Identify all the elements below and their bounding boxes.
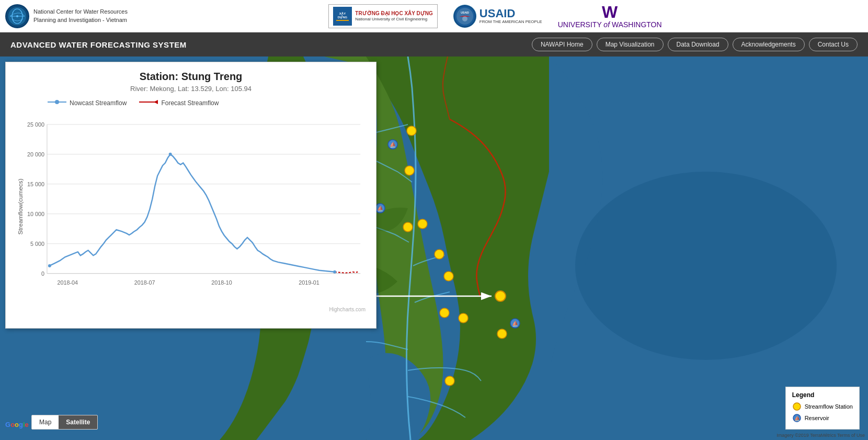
svg-text:⛵: ⛵ [390, 141, 396, 148]
nav-title: ADVANCED WATER FORECASTING SYSTEM [10, 40, 532, 49]
svg-text:DỰNG: DỰNG [338, 15, 348, 19]
svg-point-16 [405, 166, 414, 175]
chart-title: Station: Stung Treng [16, 71, 366, 83]
university-vn-text: TRƯỜNG ĐẠI HỌC XÂY DỰNG National Univers… [355, 10, 433, 22]
usaid-shield-icon: USAID [453, 5, 476, 28]
svg-text:XÂY: XÂY [339, 12, 346, 15]
map-button[interactable]: Map [32, 415, 59, 429]
svg-text:⛵: ⛵ [794, 415, 800, 422]
university-vn-logo: XÂY DỰNG TRƯỜNG ĐẠI HỌC XÂY DỰNG Nationa… [328, 4, 438, 28]
map-type-control: Map Satellite [31, 415, 98, 430]
svg-point-21 [403, 222, 413, 232]
svg-text:2018-04: 2018-04 [57, 279, 78, 286]
map-visualization-button[interactable]: Map Visualization [597, 38, 664, 51]
highcharts-credit: Highcharts.com [16, 307, 366, 312]
streamflow-station-icon [792, 402, 802, 411]
svg-point-24 [497, 329, 507, 339]
nav-buttons: NAWAPI Home Map Visualization Data Downl… [532, 38, 858, 51]
map-legend: Legend Streamflow Station ⛵ Reservoir [785, 387, 860, 430]
map-container: ⛵ ⛵ ⛵ Station: Stung Treng River: Mekong… [0, 57, 868, 440]
logo-line1: National Center for Water Resources [33, 8, 128, 15]
university-vn-icon: XÂY DỰNG [333, 7, 352, 26]
streamflow-station-legend: Streamflow Station [792, 402, 853, 411]
chart-legend: Nowcast Streamflow Forecast Streamflow [16, 99, 366, 107]
svg-point-35 [55, 100, 59, 104]
svg-text:USAID: USAID [461, 11, 469, 14]
satellite-button[interactable]: Satellite [59, 415, 97, 429]
acknowledgements-button[interactable]: Acknowledgements [733, 38, 805, 51]
navbar: ADVANCED WATER FORECASTING SYSTEM NAWAPI… [0, 32, 868, 57]
svg-point-58 [169, 153, 172, 156]
svg-point-15 [407, 126, 416, 136]
svg-text:2018-10: 2018-10 [211, 279, 232, 286]
svg-point-14 [575, 172, 837, 360]
svg-marker-37 [154, 100, 158, 104]
forecast-legend-icon [139, 99, 158, 107]
svg-point-22 [440, 308, 449, 318]
nawapi-home-button[interactable]: NAWAPI Home [532, 38, 592, 51]
reservoir-icon: ⛵ [792, 413, 802, 423]
svg-point-3 [16, 15, 18, 17]
page-header: National Center for Water Resources Plan… [0, 0, 868, 32]
svg-text:⛵: ⛵ [512, 320, 519, 327]
svg-point-19 [435, 250, 444, 259]
svg-rect-7 [336, 20, 349, 21]
nowcast-legend-item: Nowcast Streamflow [48, 99, 127, 107]
svg-point-60 [793, 403, 801, 410]
svg-point-23 [459, 313, 468, 323]
svg-text:5 000: 5 000 [30, 241, 44, 247]
svg-point-57 [48, 264, 51, 267]
svg-text:⛵: ⛵ [377, 205, 384, 212]
svg-text:0: 0 [41, 270, 44, 277]
svg-point-11 [462, 16, 467, 21]
svg-text:Streamflow(cumecs): Streamflow(cumecs) [17, 178, 24, 234]
chart-subtitle: River: Mekong, Lat: 13.529, Lon: 105.94 [16, 85, 366, 93]
svg-text:2019-01: 2019-01 [299, 279, 319, 286]
svg-text:15 000: 15 000 [27, 181, 44, 187]
usaid-text: USAID FROM THE AMERICAN PEOPLE [479, 8, 542, 24]
ncwrpi-logo-icon [5, 4, 29, 28]
legend-title: Legend [792, 391, 853, 399]
svg-text:25 000: 25 000 [27, 121, 44, 128]
reservoir-legend: ⛵ Reservoir [792, 413, 853, 423]
nowcast-legend-icon [48, 99, 66, 107]
data-download-button[interactable]: Data Download [668, 38, 728, 51]
ncwrpi-logo: National Center for Water Resources Plan… [5, 4, 128, 28]
usaid-logo: USAID USAID FROM THE AMERICAN PEOPLE [453, 5, 542, 28]
uw-logo: W UNIVERSITY of WASHINGTON [558, 4, 662, 29]
svg-point-17 [495, 291, 506, 301]
logo-line2: Planning and Investigation - Vietnam [33, 17, 127, 23]
ncwrpi-logo-text: National Center for Water Resources Plan… [33, 8, 128, 24]
svg-point-20 [444, 272, 453, 281]
chart-area: Streamflow(cumecs) 25 000 20 000 15 000 … [16, 110, 366, 303]
map-attribution: Imagery ©2019 TerraMétrics Terms of Use [776, 433, 865, 438]
svg-point-18 [418, 219, 427, 229]
forecast-legend-item: Forecast Streamflow [139, 99, 219, 107]
google-logo: Google [5, 421, 29, 428]
svg-text:2018-07: 2018-07 [134, 279, 155, 286]
svg-point-25 [445, 376, 454, 386]
svg-text:10 000: 10 000 [27, 211, 44, 217]
contact-us-button[interactable]: Contact Us [809, 38, 858, 51]
svg-point-59 [333, 270, 336, 274]
partner-logos: XÂY DỰNG TRƯỜNG ĐẠI HỌC XÂY DỰNG Nationa… [128, 4, 863, 29]
chart-panel: Station: Stung Treng River: Mekong, Lat:… [5, 62, 376, 329]
svg-text:20 000: 20 000 [27, 151, 44, 157]
